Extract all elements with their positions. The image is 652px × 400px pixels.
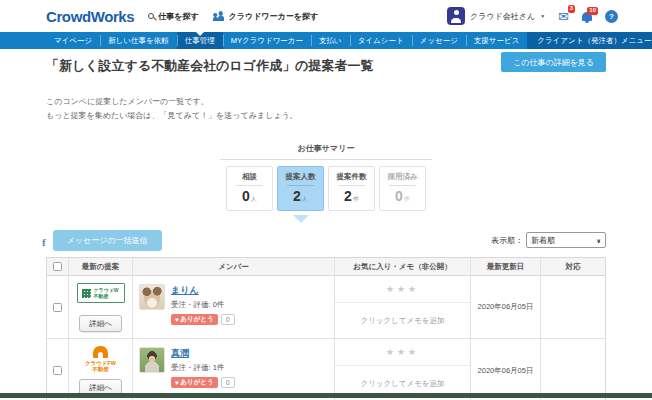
nav-item-new-job[interactable]: 新しい仕事を依頼 (100, 32, 177, 49)
latest-proposal-cell: クラウドFW 不動産 詳細へ (69, 339, 133, 400)
nav-item-message[interactable]: メッセージ (412, 32, 466, 49)
member-cell: まりん 受注・評価: 0件 ♥ ありがとう 0 (133, 276, 335, 338)
stat-label: 採用済み (380, 172, 425, 182)
sort-label: 表示順： (491, 235, 523, 246)
row-checkbox[interactable] (53, 366, 62, 375)
question-icon: ? (609, 12, 614, 21)
bulk-message-button[interactable]: メッセージの一括送信 (53, 230, 162, 251)
thanks-count: 0 (221, 377, 235, 388)
heart-icon: ♥ (175, 379, 179, 386)
heart-icon: ♥ (175, 316, 179, 323)
search-icon (148, 13, 154, 19)
proposal-logo-text: クラウドFW 不動産 (85, 360, 116, 372)
thanks-row: ♥ ありがとう 0 (171, 314, 235, 325)
favorite-memo-cell: ★★★ クリックしてメモを追加 (335, 276, 471, 338)
search-jobs-label: 仕事を探す (158, 11, 198, 22)
job-summary: お仕事サマリー 相談 0人 提案人数 2人 提案件数 2件 (46, 143, 606, 211)
house-icon (93, 346, 108, 358)
row-checkbox[interactable] (53, 303, 62, 312)
summary-stats: 相談 0人 提案人数 2人 提案件数 2件 採用済み 0件 (46, 166, 606, 211)
messages-button[interactable]: ✉ 3 (558, 10, 569, 23)
member-name-link[interactable]: まりん (171, 284, 235, 297)
proposal-thumbnail[interactable]: クラウドW 不動産 (77, 283, 125, 303)
member-cell: 真潤 受注・評価: 1件 ♥ ありがとう 0 (133, 339, 335, 400)
main-nav: マイページ 新しい仕事を依頼 仕事管理 MYクラウドワーカー 支払い タイムシー… (0, 32, 652, 49)
user-name: クラウド会社さん (470, 11, 535, 22)
search-workers-label: クラウドワーカーを探す (229, 11, 319, 22)
nav-item-mypage[interactable]: マイページ (46, 32, 100, 49)
stat-value: 0人 (227, 189, 272, 207)
building-icon (82, 289, 91, 298)
stat-divider (236, 185, 263, 186)
col-header-favorite-memo: お気に入り・メモ（非公開） (335, 258, 471, 275)
stat-hired[interactable]: 採用済み 0件 (379, 166, 426, 211)
favorite-memo-cell: ★★★ クリックしてメモを追加 (335, 339, 471, 400)
thanks-badge: ♥ ありがとう (171, 377, 218, 388)
description-line-2: もっと提案を集めたい場合は、「見てみて！」を送ってみましょう。 (46, 110, 606, 121)
job-summary-title: お仕事サマリー (46, 143, 606, 154)
action-cell (541, 276, 605, 338)
client-menu-button[interactable]: クライアント（発注者）メニュー ∨ (527, 32, 652, 49)
col-header-member: メンバー (133, 258, 335, 275)
sort-select[interactable]: 新着順 ∨ (526, 232, 606, 248)
stat-label: 提案人数 (278, 172, 323, 182)
stat-label: 相談 (227, 172, 272, 182)
nav-item-support[interactable]: 支援サービス (466, 32, 528, 49)
favorite-stars[interactable]: ★★★ (335, 339, 470, 366)
select-all-checkbox[interactable] (53, 262, 62, 271)
proposers-table: 最新の提案 メンバー お気に入り・メモ（非公開） 最新更新日 対応 クラウドW … (46, 257, 606, 400)
thanks-label: ありがとう (180, 378, 213, 387)
row-checkbox-cell (47, 276, 69, 338)
action-cell (541, 339, 605, 400)
col-header-latest-proposal: 最新の提案 (69, 258, 133, 275)
crowdworks-page: CrowdWorks 仕事を探す クラウドワーカーを探す クラウド会社さん ▼ … (0, 0, 652, 400)
sort-selected-value: 新着順 (531, 235, 555, 246)
member-avatar[interactable] (139, 347, 165, 373)
description-line-1: このコンペに提案したメンバーの一覧です。 (46, 96, 606, 107)
nav-item-my-crowdworker[interactable]: MYクラウドワーカー (223, 32, 311, 49)
search-workers-link[interactable]: クラウドワーカーを探す (213, 11, 319, 22)
job-detail-button[interactable]: この仕事の詳細を見る (501, 52, 606, 72)
member-avatar[interactable] (139, 284, 165, 310)
client-menu-label: クライアント（発注者）メニュー (537, 36, 651, 46)
mail-badge: 3 (568, 5, 575, 13)
proposer-row: クラウドW 不動産 詳細へ まりん 受注・評価: 0件 ♥ (47, 276, 605, 339)
stat-label: 提案件数 (329, 172, 374, 182)
member-orders: 受注・評価: 1件 (171, 363, 235, 373)
top-header: CrowdWorks 仕事を探す クラウドワーカーを探す クラウド会社さん ▼ … (0, 0, 652, 32)
stat-proposers[interactable]: 提案人数 2人 (277, 166, 324, 211)
stat-value: 2人 (278, 189, 323, 207)
table-header-row: 最新の提案 メンバー お気に入り・メモ（非公開） 最新更新日 対応 (47, 258, 605, 276)
stat-divider (338, 185, 365, 186)
latest-proposal-cell: クラウドW 不動産 詳細へ (69, 276, 133, 338)
notifications-button[interactable]: 10 (582, 12, 592, 21)
row-checkbox-cell (47, 339, 69, 400)
notification-badge: 10 (587, 7, 598, 15)
proposal-thumbnail[interactable]: クラウドFW 不動産 (85, 346, 116, 372)
proposal-logo-text: クラウドW 不動産 (93, 287, 118, 299)
stat-proposals[interactable]: 提案件数 2件 (328, 166, 375, 211)
facebook-share-icon[interactable]: f (42, 236, 46, 248)
people-icon (213, 12, 225, 21)
nav-item-payment[interactable]: 支払い (311, 32, 350, 49)
member-info: 真潤 受注・評価: 1件 ♥ ありがとう 0 (171, 347, 235, 388)
favorite-stars[interactable]: ★★★ (335, 276, 470, 303)
stat-divider (287, 185, 314, 186)
user-menu[interactable]: クラウド会社さん ▼ (447, 7, 545, 25)
header-checkbox-cell (47, 258, 69, 275)
thanks-row: ♥ ありがとう 0 (171, 377, 235, 388)
nav-item-timesheet[interactable]: タイムシート (350, 32, 412, 49)
col-header-action: 対応 (541, 258, 605, 275)
updated-date: 2020年06月05日 (471, 276, 541, 338)
company-avatar-icon (447, 7, 465, 25)
proposal-detail-button[interactable]: 詳細へ (79, 315, 122, 332)
member-name-link[interactable]: 真潤 (171, 347, 235, 360)
col-header-updated: 最新更新日 (471, 258, 541, 275)
stat-consultations[interactable]: 相談 0人 (226, 166, 273, 211)
help-button[interactable]: ? (605, 10, 618, 23)
summary-divider (220, 159, 432, 160)
search-jobs-link[interactable]: 仕事を探す (148, 11, 198, 22)
memo-placeholder[interactable]: クリックしてメモを追加 (335, 303, 470, 338)
crowdworks-logo[interactable]: CrowdWorks (46, 8, 134, 25)
nav-item-job-management[interactable]: 仕事管理 (177, 32, 223, 49)
